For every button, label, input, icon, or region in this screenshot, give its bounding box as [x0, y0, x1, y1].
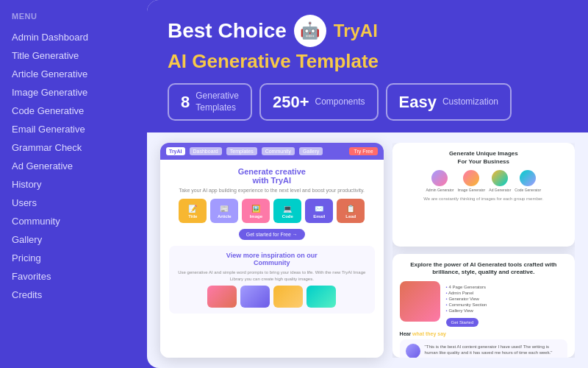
main-content: Best Choice 🤖 TryAI AI Generative Templa…: [147, 0, 588, 368]
review-label: Hear what they say: [400, 331, 567, 336]
avatar-name-2: Ad Generator: [489, 188, 511, 192]
preview-card-icon-0: 📝: [188, 205, 197, 213]
right-top-title: Generate Unique ImagesFor Your Business: [400, 150, 567, 166]
feature-item: 4 Page Generators: [446, 284, 567, 290]
right-content-row: 4 Page Generators Admin Panel Generator …: [400, 281, 567, 327]
avatar-circle-1: [463, 170, 479, 186]
preview-card-icon-5: 📋: [346, 205, 355, 213]
sidebar: MENU Admin DashboardTitle GenerativeArti…: [0, 0, 147, 368]
preview-nav-community[interactable]: Community: [262, 147, 295, 155]
hero-section: Best Choice 🤖 TryAI AI Generative Templa…: [147, 0, 588, 132]
avatars-row: Admin Generator Image Generator Ad Gener…: [400, 170, 567, 192]
preview-bottom-text: Use generative AI and simple word prompt…: [175, 269, 369, 282]
testimonial-card: "This is the best AI content generator I…: [400, 339, 567, 358]
preview-card-label-0: Title: [188, 214, 197, 219]
preview-card-icon-1: 📰: [220, 205, 229, 213]
preview-cta-btn[interactable]: Try Free: [349, 147, 377, 155]
avatar-item-3: Code Generator: [514, 170, 541, 192]
stat-card-0: 8GenerativeTemplates: [168, 83, 252, 121]
feature-item: Gallery View: [446, 308, 567, 314]
preview-card-icon-3: 💻: [283, 205, 292, 213]
avatar-name-1: Image Generator: [457, 188, 485, 192]
right-img: [400, 281, 440, 322]
stat-label-0: GenerativeTemplates: [196, 91, 239, 113]
preview-card-label-5: Lead: [345, 214, 356, 219]
feature-item: Generator View: [446, 296, 567, 302]
hero-title-line1: Best Choice: [168, 19, 287, 43]
sidebar-item-pricing[interactable]: Pricing: [12, 249, 147, 267]
sidebar-item-ad-generative[interactable]: Ad Generative: [12, 157, 147, 175]
preview-hero-title: Generate creativewith TryAI: [169, 167, 375, 185]
sidebar-item-code-generative[interactable]: Code Generative: [12, 102, 147, 120]
stat-card-2: EasyCustomization: [386, 83, 512, 121]
sidebar-item-credits[interactable]: Credits: [12, 286, 147, 304]
right-text-block: 4 Page Generators Admin Panel Generator …: [446, 281, 567, 327]
preview-card-icon-4: ✉️: [315, 205, 323, 213]
preview-nav-gallery[interactable]: Gallery: [299, 147, 323, 155]
avatar-item-2: Ad Generator: [489, 170, 511, 192]
preview-img-1: [207, 286, 237, 308]
preview-bottom-title: View more inspiration on ourCommunity: [175, 252, 369, 266]
avatar-item-0: Admin Generator: [426, 170, 453, 192]
stat-number-0: 8: [181, 93, 190, 112]
preview-img-4: [306, 286, 336, 308]
sidebar-item-users[interactable]: Users: [12, 194, 147, 212]
stat-label-1: Components: [315, 96, 365, 108]
preview-card-title[interactable]: 📝Title: [179, 199, 207, 223]
stat-label-2: Customization: [442, 96, 498, 108]
preview-card-email[interactable]: ✉️Email: [305, 199, 333, 223]
preview-card-label-3: Code: [282, 214, 293, 219]
preview-right-middle-panel: Explore the power of AI Generated tools …: [392, 254, 575, 358]
preview-right-top-panel: Generate Unique ImagesFor Your Business …: [392, 143, 575, 247]
hero-brand: TryAI: [334, 21, 378, 41]
right-top-desc: We are constantly thinking of images for…: [400, 196, 567, 202]
sidebar-item-article-generative[interactable]: Article Generative: [12, 65, 147, 83]
avatar-name-0: Admin Generator: [426, 188, 453, 192]
preview-left-body: Generate creativewith TryAI Take your AI…: [160, 160, 384, 358]
avatar-circle-3: [520, 170, 536, 186]
sidebar-item-title-generative[interactable]: Title Generative: [12, 46, 147, 65]
feature-list: 4 Page Generators Admin Panel Generator …: [446, 284, 567, 314]
avatar-name-3: Code Generator: [514, 188, 541, 192]
stats-row: 8GenerativeTemplates250+ComponentsEasyCu…: [168, 83, 567, 121]
preview-left-header: TryAI Dashboard Templates Community Gall…: [160, 143, 384, 160]
preview-right-column: Generate Unique ImagesFor Your Business …: [392, 143, 575, 358]
sidebar-item-admin-dashboard[interactable]: Admin Dashboard: [12, 28, 147, 46]
feature-item: Admin Panel: [446, 290, 567, 296]
avatar-circle-0: [431, 170, 448, 186]
review-section: Hear what they say "This is the best AI …: [400, 331, 567, 358]
right-cta-btn[interactable]: Get Started: [446, 318, 479, 327]
preview-card-image[interactable]: 🖼️Image: [242, 199, 270, 223]
sidebar-item-gallery[interactable]: Gallery: [12, 230, 147, 249]
stat-number-2: Easy: [399, 93, 437, 112]
stat-number-1: 250+: [273, 93, 309, 112]
preview-nav-templates[interactable]: Templates: [226, 147, 257, 155]
sidebar-item-history[interactable]: History: [12, 175, 147, 194]
sidebar-item-favorites[interactable]: Favorites: [12, 267, 147, 286]
sidebar-item-image-generative[interactable]: Image Generative: [12, 83, 147, 102]
robot-icon: 🤖: [294, 15, 326, 47]
preview-logo: TryAI: [166, 147, 185, 155]
preview-get-started-btn[interactable]: Get started for Free →: [239, 229, 305, 240]
preview-card-code[interactable]: 💻Code: [273, 199, 301, 223]
hero-title-line2: AI Generative Template: [168, 50, 567, 73]
preview-nav-dashboard[interactable]: Dashboard: [190, 147, 222, 155]
preview-card-article[interactable]: 📰Article: [210, 199, 238, 223]
sidebar-item-grammar-check[interactable]: Grammar Check: [12, 138, 147, 157]
preview-cards-row: 📝Title📰Article🖼️Image💻Code✉️Email📋Lead: [169, 199, 375, 223]
testimonial-text: "This is the best AI content generator I…: [425, 344, 562, 356]
preview-bottom-images: [175, 286, 369, 308]
preview-img-3: [273, 286, 303, 308]
sidebar-item-community[interactable]: Community: [12, 212, 147, 230]
preview-card-label-1: Article: [218, 214, 232, 219]
avatar-circle-2: [492, 170, 508, 186]
stat-card-1: 250+Components: [259, 83, 379, 121]
preview-bottom-section: View more inspiration on ourCommunity Us…: [169, 246, 375, 314]
avatar-item-1: Image Generator: [457, 170, 485, 192]
feature-item: Community Section: [446, 302, 567, 308]
preview-card-lead[interactable]: 📋Lead: [337, 199, 365, 223]
preview-card-label-2: Image: [250, 214, 262, 219]
preview-img-2: [240, 286, 270, 308]
testimonial-avatar: [406, 344, 420, 358]
sidebar-item-email-generative[interactable]: Email Generative: [12, 120, 147, 138]
